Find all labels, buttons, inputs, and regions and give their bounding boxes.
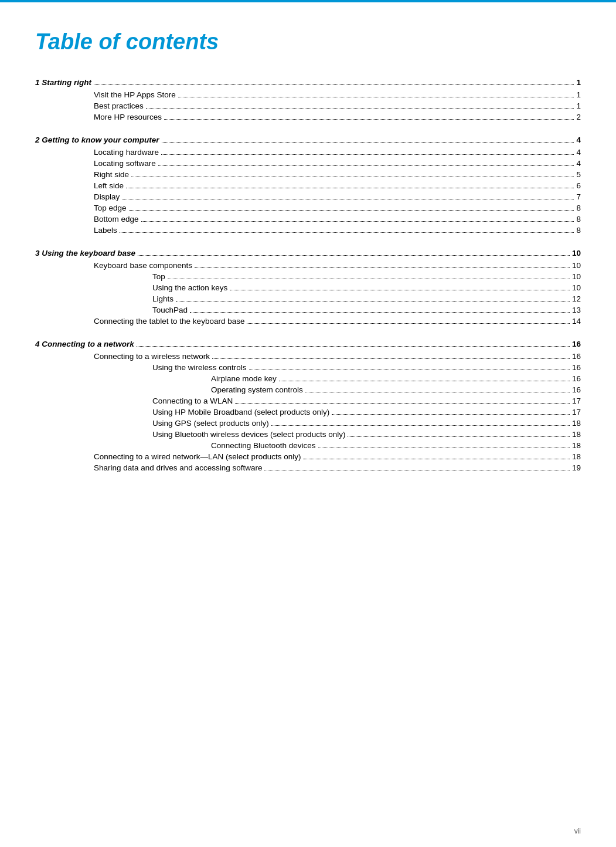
entry-dots [176,301,570,301]
entry-title: 1 Starting right [35,78,91,87]
toc-entry-level2: More HP resources2 [35,113,581,121]
toc-section-s3: 3 Using the keyboard base10Keyboard base… [35,249,581,326]
entry-dots [94,84,574,85]
entry-dots [235,403,570,404]
toc-entry-level3: Using the action keys10 [35,283,581,292]
entry-title: More HP resources [94,113,162,121]
entry-page: 16 [572,374,581,383]
entry-page: 10 [572,283,581,292]
toc-entry-level2: Display7 [35,192,581,201]
entry-dots [303,459,570,459]
toc-entry-level2: Locating hardware4 [35,148,581,157]
page-title: Table of contents [35,29,581,55]
entry-page: 18 [572,441,581,450]
toc-entry-level2: Connecting the tablet to the keyboard ba… [35,317,581,326]
toc-entry-level1: 4 Connecting to a network16 [35,340,581,348]
entry-page: 14 [572,317,581,326]
top-border [0,0,616,2]
toc-entry-level2: Connecting to a wireless network16 [35,352,581,361]
toc-entry-level2: Right side5 [35,170,581,179]
entry-page: 10 [572,261,581,270]
entry-title: Airplane mode key [211,374,277,383]
entry-page: 1 [576,90,581,99]
entry-page: 16 [572,363,581,372]
entry-title: Best practices [94,101,144,110]
toc-entry-level2: Visit the HP Apps Store1 [35,90,581,99]
entry-dots [271,425,570,426]
entry-title: Using Bluetooth wireless devices (select… [152,430,345,439]
toc-entry-level4: Connecting Bluetooth devices18 [35,441,581,450]
entry-dots [138,255,570,256]
entry-dots [141,221,574,222]
entry-dots [122,199,574,199]
entry-dots [249,370,570,370]
entry-title: Locating software [94,159,156,168]
entry-page: 10 [572,249,581,258]
toc-entry-level1: 2 Getting to know your computer4 [35,135,581,144]
toc-entry-level1: 1 Starting right1 [35,78,581,87]
entry-dots [168,279,570,279]
entry-title: Labels [94,226,117,235]
entry-page: 18 [572,430,581,439]
entry-title: Connecting Bluetooth devices [211,441,316,450]
toc-entry-level3: TouchPad13 [35,306,581,314]
entry-page: 17 [572,397,581,405]
entry-title: Operating system controls [211,385,303,394]
entry-title: Using HP Mobile Broadband (select produc… [152,408,329,416]
toc-entry-level3: Using HP Mobile Broadband (select produc… [35,408,581,416]
entry-page: 1 [576,78,581,87]
entry-title: Right side [94,170,129,179]
entry-page: 4 [576,148,581,157]
entry-dots [162,142,574,143]
entry-page: 12 [572,294,581,303]
entry-dots [146,108,574,109]
entry-title: Using GPS (select products only) [152,419,269,428]
entry-title: Left side [94,181,124,190]
entry-dots [120,232,574,233]
entry-page: 1 [576,101,581,110]
entry-page: 18 [572,452,581,461]
entry-dots [190,312,570,313]
entry-dots [131,177,574,177]
toc-entry-level2: Top edge8 [35,204,581,212]
entry-dots [305,392,570,392]
toc-section-s1: 1 Starting right1Visit the HP Apps Store… [35,78,581,121]
toc-entry-level4: Airplane mode key16 [35,374,581,383]
entry-title: 3 Using the keyboard base [35,249,135,258]
entry-page: 19 [572,463,581,472]
entry-dots [158,165,574,166]
entry-title: 2 Getting to know your computer [35,135,159,144]
entry-dots [212,358,570,359]
entry-page: 8 [576,204,581,212]
entry-title: Connecting to a WLAN [152,397,233,405]
toc-section-s4: 4 Connecting to a network16Connecting to… [35,340,581,472]
entry-dots [279,381,570,381]
entry-page: 16 [572,385,581,394]
toc-entry-level3: Using the wireless controls16 [35,363,581,372]
entry-dots [164,119,574,120]
entry-title: Locating hardware [94,148,159,157]
entry-title: 4 Connecting to a network [35,340,134,348]
entry-dots [195,267,570,268]
entry-page: 16 [572,340,581,348]
entry-page: 2 [576,113,581,121]
entry-page: 16 [572,352,581,361]
toc-container: 1 Starting right1Visit the HP Apps Store… [35,78,581,472]
entry-title: Keyboard base components [94,261,192,270]
entry-title: Visit the HP Apps Store [94,90,176,99]
entry-page: 4 [576,159,581,168]
entry-page: 6 [576,181,581,190]
entry-page: 7 [576,192,581,201]
entry-title: Using the action keys [152,283,227,292]
toc-entry-level3: Connecting to a WLAN17 [35,397,581,405]
entry-dots [332,414,570,415]
entry-dots [126,188,574,188]
toc-entry-level3: Using GPS (select products only)18 [35,419,581,428]
toc-entry-level2: Keyboard base components10 [35,261,581,270]
toc-entry-level2: Locating software4 [35,159,581,168]
entry-dots [318,448,570,448]
entry-title: Bottom edge [94,215,139,223]
entry-dots [230,290,570,290]
entry-title: Display [94,192,120,201]
toc-entry-level3: Lights12 [35,294,581,303]
